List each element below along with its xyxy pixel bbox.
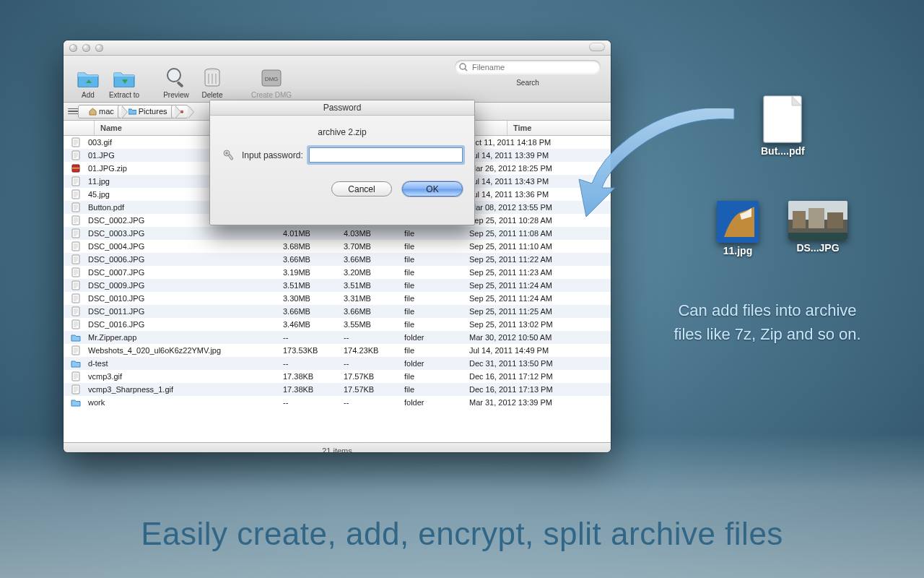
svg-point-5 bbox=[460, 64, 466, 69]
file-type-icon bbox=[64, 319, 88, 329]
file-size: 173.53KB bbox=[283, 346, 344, 355]
file-type-icon bbox=[64, 384, 88, 394]
file-size: 3.66MB bbox=[283, 307, 344, 316]
svg-rect-24 bbox=[72, 320, 79, 329]
file-name: DSC_0003.JPG bbox=[88, 229, 283, 238]
table-row[interactable]: Mr.Zipper.app----folderMar 30, 2012 10:5… bbox=[64, 331, 611, 344]
minimize-icon[interactable] bbox=[82, 44, 90, 52]
svg-rect-15 bbox=[72, 203, 79, 212]
file-name: DSC_0009.JPG bbox=[88, 281, 283, 290]
svg-rect-37 bbox=[827, 212, 843, 228]
file-name: d-test bbox=[88, 359, 283, 368]
table-row[interactable]: vcmp3_Sharpness_1.gif17.38KB17.57KBfileD… bbox=[64, 383, 611, 396]
file-type-icon bbox=[64, 137, 88, 147]
dialog-archive-name: archive 2.zip bbox=[222, 127, 463, 137]
zoom-icon[interactable] bbox=[95, 44, 103, 52]
search-box[interactable] bbox=[455, 60, 601, 74]
file-size: 3.30MB bbox=[283, 294, 344, 303]
svg-rect-7 bbox=[180, 111, 183, 113]
table-row[interactable]: work----folderMar 31, 2012 13:39 PM bbox=[64, 396, 611, 409]
svg-rect-18 bbox=[72, 242, 79, 251]
add-button[interactable]: Add bbox=[71, 65, 105, 99]
file-time: Jul 14, 2011 13:36 PM bbox=[469, 190, 605, 199]
archive-small-icon bbox=[180, 108, 183, 116]
file-time: Sep 25, 2011 11:10 AM bbox=[469, 242, 605, 251]
file-type-icon bbox=[64, 254, 88, 264]
create-dmg-button[interactable]: DMG Create DMG bbox=[247, 65, 296, 99]
toolbar-toggle-icon[interactable] bbox=[589, 43, 605, 51]
trash-icon bbox=[200, 65, 225, 90]
search-label: Search bbox=[516, 79, 539, 87]
search-input[interactable] bbox=[471, 62, 596, 72]
background-band bbox=[0, 434, 924, 578]
file-type-icon bbox=[64, 293, 88, 303]
file-kind: file bbox=[404, 385, 469, 394]
col-time[interactable]: Time bbox=[507, 121, 611, 135]
preview-button[interactable]: Preview bbox=[159, 65, 193, 99]
breadcrumb-home[interactable]: mac bbox=[78, 105, 122, 118]
preview-icon bbox=[164, 65, 188, 90]
table-row[interactable]: Webshots_4_020_ul6oK6z22YMV.jpg173.53KB1… bbox=[64, 344, 611, 357]
file-comp-size: -- bbox=[344, 333, 404, 342]
dmg-icon: DMG bbox=[259, 65, 284, 90]
cancel-button[interactable]: Cancel bbox=[331, 181, 392, 197]
file-comp-size: 174.23KB bbox=[344, 346, 404, 355]
file-kind: file bbox=[404, 242, 469, 251]
file-type-icon bbox=[64, 267, 88, 277]
key-icon bbox=[222, 148, 236, 163]
search-area: Search bbox=[455, 60, 601, 87]
file-comp-size: 17.57KB bbox=[344, 385, 404, 394]
table-row[interactable]: vcmp3.gif17.38KB17.57KBfileDec 16, 2011 … bbox=[64, 370, 611, 383]
table-row[interactable]: DSC_0009.JPG3.51MB3.51MBfileSep 25, 2011… bbox=[64, 279, 611, 292]
table-row[interactable]: DSC_0003.JPG4.01MB4.03MBfileSep 25, 2011… bbox=[64, 227, 611, 240]
file-comp-size: 3.66MB bbox=[344, 307, 404, 316]
ok-button[interactable]: OK bbox=[402, 181, 463, 197]
file-comp-size: -- bbox=[344, 359, 404, 368]
svg-rect-20 bbox=[72, 268, 79, 277]
file-time: Sep 25, 2011 10:28 AM bbox=[469, 216, 605, 225]
svg-rect-16 bbox=[72, 216, 79, 225]
promo-img1[interactable]: 11.jpg bbox=[717, 201, 759, 256]
promo-img2-label: DS...JPG bbox=[796, 242, 839, 254]
svg-rect-19 bbox=[72, 255, 79, 264]
file-time: Sep 25, 2011 11:24 AM bbox=[469, 294, 605, 303]
file-type-icon bbox=[64, 176, 88, 186]
table-row[interactable]: d-test----folderDec 31, 2011 13:50 PM bbox=[64, 357, 611, 370]
file-kind: file bbox=[404, 229, 469, 238]
promo-img2[interactable]: DS...JPG bbox=[788, 201, 847, 254]
table-row[interactable]: DSC_0010.JPG3.30MB3.31MBfileSep 25, 2011… bbox=[64, 292, 611, 305]
file-kind: file bbox=[404, 372, 469, 381]
svg-rect-25 bbox=[72, 346, 79, 355]
svg-rect-9 bbox=[72, 138, 79, 147]
svg-rect-23 bbox=[72, 307, 79, 316]
delete-button[interactable]: Delete bbox=[195, 65, 230, 99]
close-icon[interactable] bbox=[69, 44, 77, 52]
extract-button[interactable]: Extract to bbox=[107, 65, 141, 99]
svg-rect-21 bbox=[72, 281, 79, 290]
svg-rect-27 bbox=[72, 385, 79, 394]
table-row[interactable]: DSC_0011.JPG3.66MB3.66MBfileSep 25, 2011… bbox=[64, 305, 611, 318]
file-size: -- bbox=[283, 398, 344, 407]
status-bar: 21 items bbox=[64, 442, 611, 452]
file-time: Mar 30, 2012 10:50 AM bbox=[469, 333, 605, 342]
svg-point-0 bbox=[167, 69, 180, 82]
password-dialog: Password archive 2.zip Input password: C… bbox=[209, 100, 475, 225]
status-text: 21 items bbox=[322, 447, 352, 452]
file-time: Mar 31, 2012 13:39 PM bbox=[469, 398, 605, 407]
file-name: DSC_0004.JPG bbox=[88, 242, 283, 251]
table-row[interactable]: DSC_0004.JPG3.68MB3.70MBfileSep 25, 2011… bbox=[64, 240, 611, 253]
promo-pdf[interactable]: But....pdf bbox=[761, 95, 805, 157]
file-kind: file bbox=[404, 294, 469, 303]
file-time: Sep 25, 2011 13:02 PM bbox=[469, 320, 605, 329]
table-row[interactable]: DSC_0006.JPG3.66MB3.66MBfileSep 25, 2011… bbox=[64, 253, 611, 266]
password-input[interactable] bbox=[309, 147, 463, 163]
table-row[interactable]: DSC_0007.JPG3.19MB3.20MBfileSep 25, 2011… bbox=[64, 266, 611, 279]
file-type-icon bbox=[64, 306, 88, 316]
file-size: 3.68MB bbox=[283, 242, 344, 251]
file-time: Sep 25, 2011 11:22 AM bbox=[469, 255, 605, 264]
svg-rect-35 bbox=[793, 211, 806, 228]
window-titlebar[interactable] bbox=[64, 40, 611, 56]
svg-rect-36 bbox=[808, 208, 824, 228]
table-row[interactable]: DSC_0016.JPG3.46MB3.55MBfileSep 25, 2011… bbox=[64, 318, 611, 331]
svg-rect-38 bbox=[788, 233, 847, 240]
